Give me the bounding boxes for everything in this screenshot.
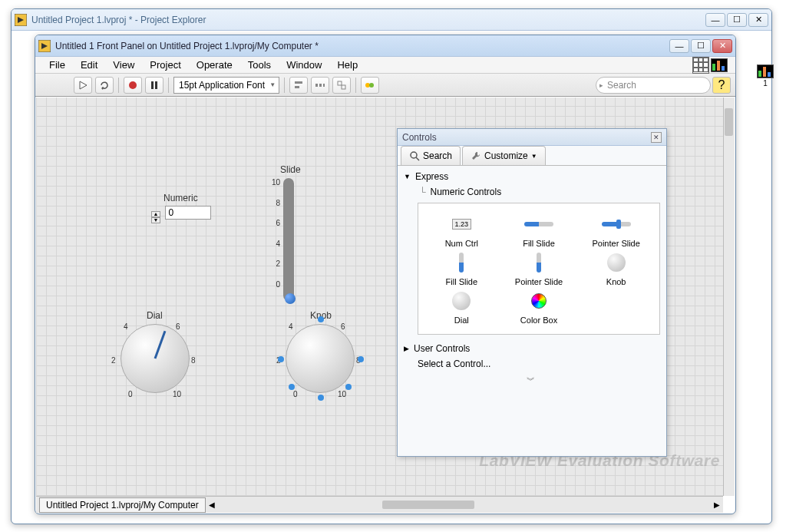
minimize-button[interactable]: — (705, 13, 725, 27)
vi-icon[interactable] (757, 64, 774, 78)
svg-marker-4 (80, 81, 87, 89)
help-button[interactable]: ? (712, 77, 731, 94)
dial-label: Dial (147, 310, 163, 321)
wrench-icon (471, 150, 481, 161)
search-icon (409, 150, 420, 161)
menu-edit[interactable]: Edit (74, 58, 104, 72)
maximize-button[interactable]: ☐ (691, 39, 711, 53)
grid-icon[interactable] (692, 57, 709, 74)
svg-rect-9 (295, 81, 302, 84)
pause-button[interactable] (145, 77, 163, 94)
svg-rect-8 (155, 81, 157, 89)
maximize-button[interactable]: ☐ (727, 13, 747, 27)
vertical-scrollbar[interactable] (723, 97, 735, 496)
slide-control: Slide 10 8 6 4 2 0 (266, 178, 294, 301)
palette-item-numctrl[interactable]: 1.23Num Ctrl (424, 213, 499, 248)
bottom-bar: Untitled Project 1.lvproj/My Computer ◀ … (36, 496, 723, 513)
slide-scale: 10 8 6 4 2 0 (266, 178, 280, 300)
menu-window[interactable]: Window (280, 58, 328, 72)
abort-button[interactable] (124, 77, 142, 94)
slide-thumb[interactable] (285, 293, 296, 304)
palette-category-express[interactable]: ▼ Express (404, 169, 660, 184)
close-button[interactable]: ✕ (748, 13, 768, 27)
palette-close-icon[interactable]: ✕ (651, 132, 662, 143)
scrollbar-thumb[interactable] (725, 108, 733, 136)
dial[interactable] (121, 324, 190, 393)
knob-control: Knob 0 2 4 6 8 10 (286, 324, 355, 393)
menu-project[interactable]: Project (144, 58, 187, 72)
palette-item-knob[interactable]: Knob (579, 251, 653, 286)
palette-title: Controls (402, 132, 437, 143)
numeric-spinner[interactable]: ▲▼ (151, 211, 160, 223)
palette-customize-tab[interactable]: Customize▼ (462, 146, 546, 165)
palette-subcategory[interactable]: └ Numeric Controls (404, 184, 660, 200)
palette-item-fillslide-h[interactable]: Fill Slide (502, 213, 576, 248)
vi-index: 1 (763, 79, 768, 88)
selection-handle[interactable] (278, 356, 284, 362)
search-box[interactable]: Search (596, 77, 711, 94)
font-select[interactable]: 15pt Application Font (173, 77, 279, 94)
menu-tools[interactable]: Tools (242, 58, 277, 72)
palette-search-tab[interactable]: Search (401, 146, 461, 165)
selection-handle[interactable] (318, 395, 324, 401)
palette-titlebar[interactable]: Controls ✕ (398, 129, 666, 146)
dial-needle (154, 331, 167, 359)
svg-line-21 (416, 157, 419, 160)
titlebar[interactable]: Untitled Project 1.lvproj * - Project Ex… (12, 9, 771, 31)
align-button[interactable] (289, 77, 308, 94)
minimize-button[interactable]: — (669, 39, 689, 53)
svg-rect-7 (151, 81, 154, 89)
slide-label: Slide (280, 164, 301, 175)
scroll-right-button[interactable]: ▶ (711, 501, 723, 509)
controls-palette: Controls ✕ Search Customize▼ ▼ Express (397, 128, 667, 457)
menu-file[interactable]: File (43, 58, 71, 72)
selection-handle[interactable] (289, 384, 295, 390)
selection-handle[interactable] (318, 316, 324, 322)
expand-down-icon[interactable]: ︾ (404, 372, 660, 386)
palette-item-pointerslide-v[interactable]: Pointer Slide (502, 251, 576, 286)
slide-track[interactable] (283, 178, 294, 301)
menubar: File Edit View Project Operate Tools Win… (35, 57, 735, 74)
palette-select-control[interactable]: Select a Control... (404, 356, 660, 372)
palette-item-pointerslide-h[interactable]: Pointer Slide (579, 213, 653, 248)
front-panel-window: Untitled 1 Front Panel on Untitled Proje… (35, 35, 736, 514)
selection-handle[interactable] (358, 356, 364, 362)
titlebar[interactable]: Untitled 1 Front Panel on Untitled Proje… (35, 35, 735, 57)
path-tab[interactable]: Untitled Project 1.lvproj/My Computer (39, 497, 206, 513)
horizontal-scrollbar[interactable] (229, 499, 700, 511)
svg-rect-14 (338, 81, 342, 85)
close-button[interactable]: ✕ (712, 39, 732, 53)
run-continuous-button[interactable] (95, 77, 114, 94)
expand-icon: ▶ (404, 345, 409, 352)
labview-icon (15, 14, 27, 26)
svg-point-17 (369, 83, 374, 88)
palette-item-dial[interactable]: Dial (424, 289, 499, 325)
scrollbar-thumb[interactable] (382, 501, 474, 509)
numeric-label: Numeric (163, 193, 198, 203)
scroll-left-button[interactable]: ◀ (206, 501, 218, 509)
menu-help[interactable]: Help (331, 58, 364, 72)
run-button[interactable] (74, 77, 92, 94)
knob[interactable] (286, 324, 355, 393)
window-title: Untitled Project 1.lvproj * - Project Ex… (31, 15, 705, 25)
palette-item-fillslide-v[interactable]: Fill Slide (424, 251, 499, 286)
reorder-button[interactable] (361, 77, 379, 94)
selection-handle[interactable] (345, 384, 352, 390)
menu-view[interactable]: View (107, 58, 140, 72)
front-panel-canvas[interactable]: LabVIEW Evaluation Software Numeric ▲▼ S… (36, 97, 723, 496)
svg-rect-12 (319, 84, 322, 87)
palette-items-grid: 1.23Num Ctrl Fill Slide Pointer Slide Fi… (418, 203, 660, 335)
svg-rect-15 (342, 85, 345, 89)
svg-point-6 (129, 81, 137, 89)
resize-button[interactable] (332, 77, 351, 94)
toolbar: 15pt Application Font Search ? (35, 74, 735, 97)
distribute-button[interactable] (311, 77, 329, 94)
svg-point-20 (411, 152, 417, 158)
block-diagram-icon[interactable] (711, 58, 728, 72)
numeric-input[interactable] (165, 206, 211, 220)
palette-category-user[interactable]: ▶ User Controls (404, 341, 660, 356)
palette-item-colorbox[interactable]: Color Box (502, 289, 576, 325)
menu-operate[interactable]: Operate (190, 58, 239, 72)
dial-control: Dial 0 2 4 6 8 10 (121, 324, 190, 393)
svg-rect-11 (315, 84, 318, 87)
